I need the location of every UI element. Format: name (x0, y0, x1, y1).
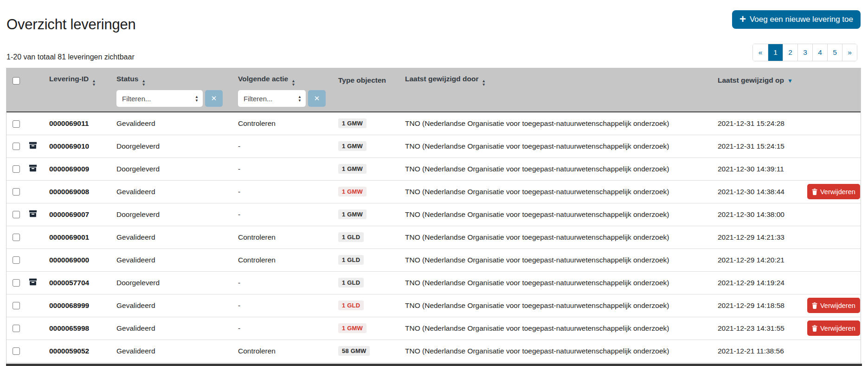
row-checkbox[interactable] (13, 302, 20, 309)
laatst-gewijzigd-door-cell: TNO (Nederlandse Organisatie voor toegep… (399, 317, 712, 340)
laatst-gewijzigd-op-cell: 2021-12-23 14:31:55 (712, 317, 807, 340)
row-checkbox[interactable] (13, 188, 20, 196)
column-levering-id[interactable]: Levering-ID▲▼ (44, 68, 111, 90)
plus-icon: + (739, 13, 746, 25)
volgende-actie-cell: - (232, 271, 333, 294)
up-down-sort-icon: ▲▼ (482, 79, 485, 86)
laatst-gewijzigd-op-cell: 2021-12-21 11:38:56 (712, 340, 807, 362)
type-objecten-badge: 1 GLD (338, 278, 364, 288)
table-row: 0000069008 Gevalideerd - 1 GMW TNO (Nede… (6, 180, 861, 203)
table-row: 0000069009 Doorgeleverd - 1 GMW TNO (Ned… (6, 157, 861, 180)
type-objecten-badge: 1 GLD (338, 232, 364, 242)
archive-box-icon (29, 278, 37, 286)
table-row: 0000069001 Gevalideerd Controleren 1 GLD… (6, 226, 861, 248)
levering-id-cell: 0000057704 (44, 271, 111, 294)
column-laatst-gewijzigd-op[interactable]: Laatst gewijzigd op▼ (712, 68, 807, 90)
row-checkbox[interactable] (13, 279, 20, 287)
pagination-prev[interactable]: « (753, 44, 768, 61)
trash-icon (812, 325, 817, 332)
pagination-page-2[interactable]: 2 (783, 44, 797, 61)
levering-id-cell: 0000065998 (44, 317, 111, 340)
column-actions (807, 68, 861, 90)
laatst-gewijzigd-door-cell: TNO (Nederlandse Organisatie voor toegep… (399, 135, 712, 157)
laatst-gewijzigd-op-cell: 2021-12-29 14:21:33 (712, 226, 807, 248)
pagination-page-1[interactable]: 1 (768, 44, 783, 61)
up-down-sort-icon: ▲▼ (291, 79, 295, 86)
column-icon (26, 68, 44, 90)
laatst-gewijzigd-op-cell: 2021-12-30 14:39:11 (712, 157, 807, 180)
status-cell: Doorgeleverd (111, 135, 232, 157)
volgende-actie-cell: - (232, 157, 333, 180)
status-cell: Gevalideerd (111, 294, 232, 317)
row-checkbox[interactable] (13, 120, 20, 128)
up-down-sort-icon: ▲▼ (141, 79, 145, 86)
table-row: 0000069010 Doorgeleverd - 1 GMW TNO (Ned… (6, 135, 861, 157)
status-cell: Gevalideerd (111, 340, 232, 362)
column-volgende-actie[interactable]: Volgende actie▲▼ (232, 68, 333, 90)
levering-id-cell: 0000069007 (44, 203, 111, 226)
row-checkbox[interactable] (13, 234, 20, 241)
laatst-gewijzigd-door-cell: TNO (Nederlandse Organisatie voor toegep… (399, 248, 712, 271)
volgende-actie-cell: - (232, 317, 333, 340)
type-objecten-badge: 1 GMW (338, 187, 366, 196)
overzicht-leveringen-page: Overzicht leveringen + Voeg een nieuwe l… (0, 0, 868, 366)
add-levering-button[interactable]: + Voeg een nieuwe levering toe (732, 10, 861, 29)
down-caret-icon: ▼ (787, 78, 793, 84)
delete-button[interactable]: Verwijderen (807, 184, 860, 199)
pagination-page-5[interactable]: 5 (827, 44, 842, 61)
laatst-gewijzigd-op-cell: 2021-12-31 15:24:28 (712, 112, 807, 135)
levering-id-cell: 0000069001 (44, 226, 111, 248)
status-cell: Gevalideerd (111, 226, 232, 248)
column-status[interactable]: Status▲▼ (111, 68, 232, 90)
pagination: «12345» (752, 44, 857, 61)
column-laatst-gewijzigd-door[interactable]: Laatst gewijzigd door▲▼ (399, 68, 712, 90)
status-filter-select[interactable]: Filteren... (116, 90, 203, 107)
table-body: 0000069011 Gevalideerd Controleren 1 GMW… (6, 112, 861, 362)
laatst-gewijzigd-op-cell: 2021-12-29 14:20:21 (712, 248, 807, 271)
status-cell: Gevalideerd (111, 248, 232, 271)
row-checkbox[interactable] (13, 211, 20, 218)
pagination-page-3[interactable]: 3 (797, 44, 812, 61)
add-levering-label: Voeg een nieuwe levering toe (750, 15, 853, 24)
delete-button[interactable]: Verwijderen (807, 320, 860, 336)
levering-id-cell: 0000069000 (44, 248, 111, 271)
row-checkbox[interactable] (13, 256, 20, 264)
volgende-actie-cell: Controleren (232, 112, 333, 135)
select-all-checkbox[interactable] (13, 77, 20, 85)
volgende-actie-cell: Controleren (232, 340, 333, 362)
table-header: Levering-ID▲▼ Status▲▼ Volgende actie▲▼ … (6, 68, 861, 112)
pagination-next[interactable]: » (842, 44, 857, 61)
laatst-gewijzigd-op-cell: 2021-12-29 14:18:58 (712, 294, 807, 317)
status-cell: Doorgeleverd (111, 157, 232, 180)
levering-id-cell: 0000069010 (44, 135, 111, 157)
archive-box-icon (29, 142, 37, 149)
status-cell: Doorgeleverd (111, 271, 232, 294)
laatst-gewijzigd-door-cell: TNO (Nederlandse Organisatie voor toegep… (399, 294, 712, 317)
status-cell: Gevalideerd (111, 180, 232, 203)
row-checkbox[interactable] (13, 143, 20, 150)
type-objecten-badge: 1 GMW (338, 141, 366, 151)
volgende-actie-cell: - (232, 135, 333, 157)
volgende-actie-cell: - (232, 203, 333, 226)
table-row: 0000069011 Gevalideerd Controleren 1 GMW… (6, 112, 861, 135)
leveringen-table: Levering-ID▲▼ Status▲▼ Volgende actie▲▼ … (6, 68, 861, 363)
type-objecten-badge: 1 GLD (338, 301, 364, 310)
pagination-page-4[interactable]: 4 (812, 44, 827, 61)
table-row: 0000068999 Gevalideerd - 1 GLD TNO (Nede… (6, 294, 861, 317)
type-objecten-badge: 58 GMW (338, 346, 370, 356)
volgende-actie-filter-select[interactable]: Filteren... (238, 90, 306, 107)
row-checkbox[interactable] (13, 165, 20, 173)
status-filter-clear-button[interactable]: ✕ (205, 90, 223, 107)
table-row: 0000059052 Gevalideerd Controleren 58 GM… (6, 340, 861, 362)
laatst-gewijzigd-door-cell: TNO (Nederlandse Organisatie voor toegep… (399, 180, 712, 203)
table-row: 0000069007 Doorgeleverd - 1 GMW TNO (Ned… (6, 203, 861, 226)
delete-button[interactable]: Verwijderen (807, 298, 860, 313)
laatst-gewijzigd-door-cell: TNO (Nederlandse Organisatie voor toegep… (399, 203, 712, 226)
trash-icon (812, 302, 817, 309)
row-checkbox[interactable] (13, 347, 20, 355)
status-cell: Gevalideerd (111, 317, 232, 340)
volgende-actie-filter-clear-button[interactable]: ✕ (308, 90, 326, 107)
laatst-gewijzigd-door-cell: TNO (Nederlandse Organisatie voor toegep… (399, 226, 712, 248)
row-checkbox[interactable] (13, 325, 20, 332)
type-objecten-badge: 1 GMW (338, 323, 366, 333)
